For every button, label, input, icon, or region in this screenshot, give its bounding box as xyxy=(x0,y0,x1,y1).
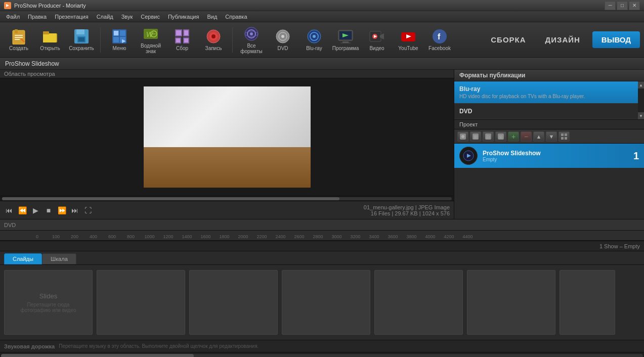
toolbar: Создать Открыть Сохранить xyxy=(0,22,644,58)
proj-btn-2[interactable]: ⊞ xyxy=(470,131,481,142)
title-bar: ▶ ProShow Producer - Moriarty ─ □ ✕ xyxy=(0,0,644,11)
menu-publish[interactable]: Публикация xyxy=(164,13,203,21)
svg-rect-1 xyxy=(15,29,18,33)
create-button[interactable]: Создать xyxy=(4,25,33,55)
facebook-button[interactable]: f Facebook xyxy=(425,25,454,55)
dvd-label: DVD xyxy=(277,46,288,51)
slide-slot-2[interactable] xyxy=(189,270,278,335)
minimize-button[interactable]: ─ xyxy=(605,1,616,10)
format-bluray[interactable]: Blu-ray HD video disc for playback on TV… xyxy=(454,81,638,104)
ruler-2000: 2000 xyxy=(234,234,252,239)
close-button[interactable]: ✕ xyxy=(629,1,640,10)
h-scroll-track[interactable] xyxy=(1,354,643,358)
proj-btn-minus[interactable]: − xyxy=(521,131,532,142)
menu-btn[interactable]: ▶ Меню xyxy=(105,25,134,55)
proj-btn-down[interactable]: ▼ xyxy=(546,131,557,142)
proj-btn-3[interactable]: ⊟ xyxy=(483,131,494,142)
h-scroll-thumb[interactable] xyxy=(1,354,194,358)
sborka-mode-button[interactable]: СБОРКА xyxy=(484,31,533,48)
tab-scale[interactable]: Шкала xyxy=(42,253,76,264)
proj-btn-plus[interactable]: + xyxy=(508,131,519,142)
collect-button[interactable]: Сбор xyxy=(167,25,197,55)
ruler-1600: 1600 xyxy=(196,234,215,239)
project-item[interactable]: ProShow Slideshow Empty 1 xyxy=(454,144,644,168)
skip-back-button[interactable]: ⏮ xyxy=(4,206,14,214)
audio-track: Звуковая дорожка Перетащите музыку в эту… xyxy=(0,340,644,352)
dvd-icon xyxy=(275,28,291,44)
forward-button[interactable]: ⏩ xyxy=(57,206,67,214)
record-button[interactable]: Запись xyxy=(199,25,228,55)
ruler-3800: 3800 xyxy=(402,234,421,239)
youtube-button[interactable]: YouTube xyxy=(394,25,423,55)
watermark-button[interactable]: W Водяной знак xyxy=(136,25,165,55)
format-dvd[interactable]: DVD xyxy=(454,104,638,119)
skip-forward-button[interactable]: ⏭ xyxy=(70,206,80,214)
project-name: ProShow Slideshow xyxy=(5,60,59,67)
proj-btn-up[interactable]: ▲ xyxy=(533,131,544,142)
save-label: Сохранить xyxy=(69,46,94,51)
tab-slides[interactable]: Слайды xyxy=(4,253,42,264)
menu-bar: Файл Правка Презентация Слайд Звук Серви… xyxy=(0,11,644,22)
ruler-200: 200 xyxy=(65,234,84,239)
svg-point-43 xyxy=(313,35,316,38)
record-icon xyxy=(205,28,222,44)
maximize-button[interactable]: □ xyxy=(617,1,628,10)
timeline-header: DVD xyxy=(0,219,644,231)
svg-rect-17 xyxy=(114,31,118,35)
bluray-button[interactable]: Blu-ray xyxy=(299,25,329,55)
h-scrollbar[interactable] xyxy=(0,352,644,357)
ruler-800: 800 xyxy=(121,234,140,239)
menu-service[interactable]: Сервис xyxy=(137,13,164,21)
menu-edit[interactable]: Правка xyxy=(24,13,51,21)
menu-sound[interactable]: Звук xyxy=(117,13,137,21)
file-files: 16 Files xyxy=(371,210,391,216)
play-button[interactable]: ▶ xyxy=(30,206,40,214)
open-button[interactable]: Открыть xyxy=(35,25,65,55)
proj-btn-grid[interactable] xyxy=(559,131,570,142)
program-icon xyxy=(337,28,354,44)
menu-slide[interactable]: Слайд xyxy=(93,13,117,21)
menu-view[interactable]: Вид xyxy=(203,13,221,21)
ruler-4200: 4200 xyxy=(440,234,458,239)
slide-slot-5[interactable] xyxy=(467,270,555,335)
dvd-button[interactable]: DVD xyxy=(268,25,297,55)
scroll-down-button[interactable]: ▼ xyxy=(638,112,644,119)
menu-file[interactable]: Файл xyxy=(2,13,24,21)
slide-slot-3[interactable] xyxy=(282,270,370,335)
filetype: JPEG Image xyxy=(418,204,450,210)
youtube-icon xyxy=(400,28,416,44)
svg-point-33 xyxy=(211,34,216,38)
allformats-button[interactable]: Все форматы xyxy=(237,25,266,55)
video-button[interactable]: Видео xyxy=(362,25,392,55)
menu-presentation[interactable]: Презентация xyxy=(51,13,92,21)
project-item-status: Empty xyxy=(483,157,628,162)
svg-text:f: f xyxy=(438,32,441,41)
file-dims: 1024 x 576 xyxy=(422,210,450,216)
scroll-up-button[interactable]: ▲ xyxy=(638,81,644,88)
proj-btn-4[interactable]: ⊞ xyxy=(495,131,506,142)
svg-rect-15 xyxy=(113,37,119,42)
bluray-desc: HD video disc for playback on TVs with a… xyxy=(459,94,633,99)
ruler-2200: 2200 xyxy=(252,234,271,239)
slide-slot-6[interactable] xyxy=(560,270,615,335)
timeline-bottom: 1 Show – Empty xyxy=(0,241,644,251)
program-button[interactable]: Программа xyxy=(331,25,360,55)
fullscreen-button[interactable]: ⛶ xyxy=(83,206,93,214)
slide-slot-0[interactable]: Slides Перетащите сюда фотографию или ви… xyxy=(4,270,93,335)
menu-help[interactable]: Справка xyxy=(221,13,251,21)
dizain-mode-button[interactable]: ДИЗАЙН xyxy=(538,31,587,48)
save-button[interactable]: Сохранить xyxy=(67,25,96,55)
stop-button[interactable]: ■ xyxy=(44,206,54,214)
vivod-mode-button[interactable]: ВЫВОД xyxy=(592,31,640,48)
mode-buttons: СБОРКА ДИЗАЙН ВЫВОД xyxy=(484,31,640,48)
svg-rect-68 xyxy=(565,137,567,140)
preview-image xyxy=(144,86,311,188)
panel-scrollbar[interactable]: ▲ ▼ xyxy=(638,81,644,119)
svg-rect-7 xyxy=(43,31,49,34)
rewind-button[interactable]: ⏪ xyxy=(17,206,27,214)
ruler-600: 600 xyxy=(103,234,121,239)
slide-slot-1[interactable] xyxy=(97,270,185,335)
preview-image-inner xyxy=(144,86,311,147)
slide-slot-4[interactable] xyxy=(374,270,463,335)
proj-btn-1[interactable] xyxy=(457,131,468,142)
